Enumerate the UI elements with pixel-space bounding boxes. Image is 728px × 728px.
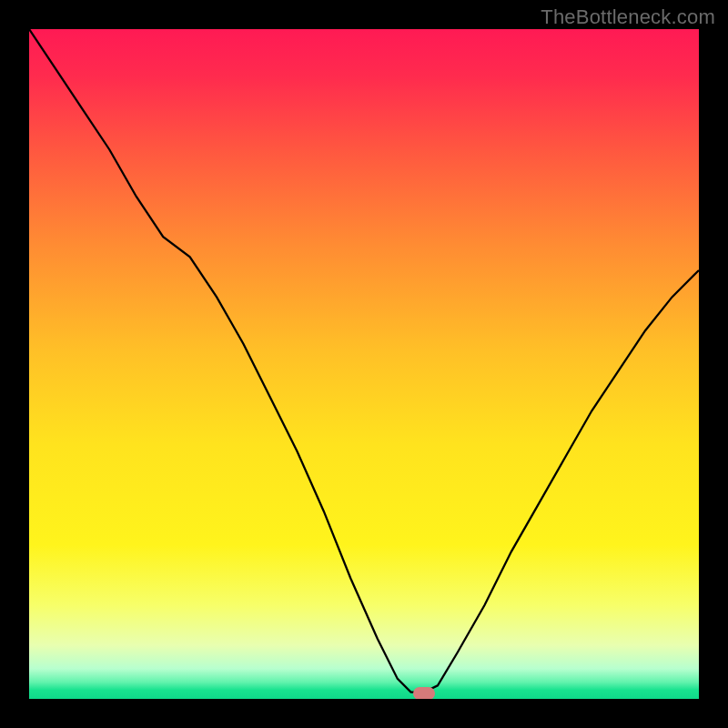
chart-container: TheBottleneck.com [0,0,728,728]
bottleneck-curve [29,29,699,699]
optimal-marker [413,687,435,699]
plot-area [29,29,699,699]
watermark-text: TheBottleneck.com [541,5,715,29]
